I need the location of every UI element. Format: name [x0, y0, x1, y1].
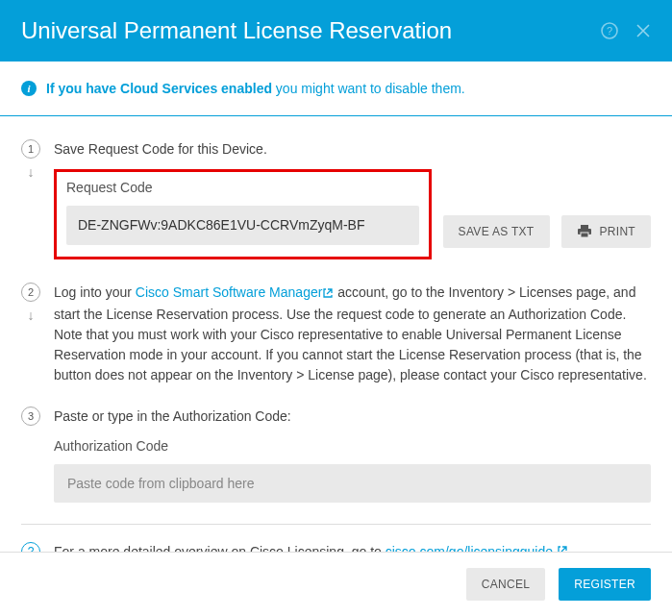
step-1-number: 1 — [21, 139, 40, 159]
svg-rect-2 — [581, 225, 588, 229]
info-rest-text: you might want to disable them. — [272, 81, 465, 96]
cancel-button[interactable]: CANCEL — [466, 568, 545, 601]
info-icon: i — [21, 81, 37, 96]
step-2-pre: Log into your — [54, 284, 136, 300]
request-code-value: DE-ZNGFWv:9ADKC86E1VU-CCRVmZyqM-BF — [66, 206, 419, 245]
question-icon: ? — [21, 542, 40, 552]
print-icon — [577, 225, 592, 238]
close-icon[interactable] — [635, 23, 651, 38]
request-code-label: Request Code — [66, 178, 419, 198]
licensing-guide-link[interactable]: cisco.com/go/licensingguide — [386, 544, 568, 552]
auth-code-label: Authorization Code — [54, 436, 651, 456]
modal-body: 1 ↓ Save Request Code for this Device. R… — [0, 116, 672, 552]
print-button-label: PRINT — [600, 225, 636, 238]
info-text: If you have Cloud Services enabled you m… — [46, 81, 465, 96]
step-2-marker: 2 ↓ — [21, 283, 40, 385]
external-link-icon — [322, 284, 334, 305]
svg-text:?: ? — [607, 25, 612, 37]
request-code-highlight: Request Code DE-ZNGFWv:9ADKC86E1VU-CCRVm… — [54, 169, 432, 259]
save-as-txt-button[interactable]: SAVE AS TXT — [443, 215, 550, 248]
step-3-marker: 3 — [21, 407, 40, 503]
help-text: For a more detailed overview on Cisco Li… — [54, 544, 568, 552]
help-row: ? For a more detailed overview on Cisco … — [21, 524, 651, 552]
modal-footer: CANCEL REGISTER — [0, 552, 672, 616]
step-3-number: 3 — [21, 407, 40, 426]
step-1-content: Save Request Code for this Device. Reque… — [54, 139, 651, 261]
help-icon[interactable]: ? — [601, 22, 618, 39]
modal-header: Universal Permanent License Reservation … — [0, 0, 672, 62]
smart-software-manager-link[interactable]: Cisco Smart Software Manager — [136, 284, 335, 300]
step-2: 2 ↓ Log into your Cisco Smart Software M… — [21, 283, 651, 385]
print-button[interactable]: PRINT — [561, 215, 652, 248]
step-1-marker: 1 ↓ — [21, 139, 40, 261]
authorization-code-input[interactable] — [54, 464, 651, 503]
step-3: 3 Paste or type in the Authorization Cod… — [21, 407, 651, 503]
step-1-title: Save Request Code for this Device. — [54, 139, 651, 160]
step-2-number: 2 — [21, 283, 40, 302]
step-1: 1 ↓ Save Request Code for this Device. R… — [21, 139, 651, 261]
header-actions: ? — [601, 22, 651, 39]
help-text-pre: For a more detailed overview on Cisco Li… — [54, 544, 386, 552]
chevron-down-icon: ↓ — [28, 164, 35, 180]
chevron-down-icon: ↓ — [28, 308, 35, 323]
license-reservation-modal: Universal Permanent License Reservation … — [0, 0, 672, 616]
step-2-content: Log into your Cisco Smart Software Manag… — [54, 283, 651, 385]
register-button[interactable]: REGISTER — [559, 568, 651, 601]
modal-title: Universal Permanent License Reservation — [21, 17, 452, 44]
info-banner: i If you have Cloud Services enabled you… — [0, 62, 672, 116]
step-3-title: Paste or type in the Authorization Code: — [54, 407, 651, 427]
external-link-icon — [557, 544, 568, 552]
svg-rect-4 — [581, 233, 588, 237]
step-3-content: Paste or type in the Authorization Code:… — [54, 407, 651, 503]
info-bold-text: If you have Cloud Services enabled — [46, 81, 272, 96]
